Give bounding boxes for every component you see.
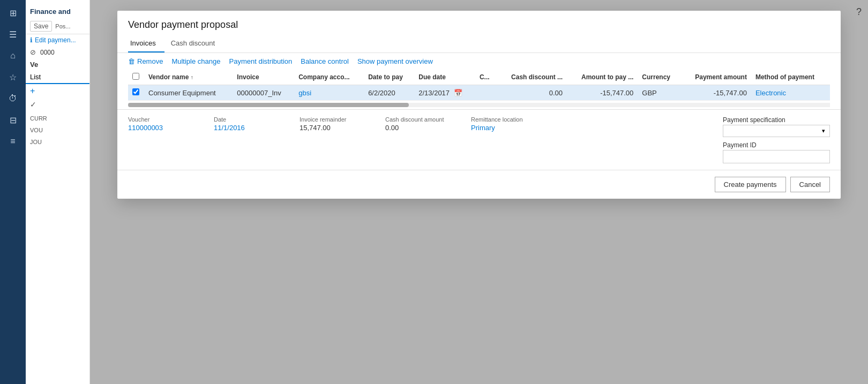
sidebar-list-tab[interactable]: List — [26, 71, 89, 84]
remove-label: Remove — [137, 57, 163, 65]
remove-action[interactable]: 🗑 Remove — [128, 57, 163, 65]
col-c: C... — [475, 70, 497, 85]
invoice-remainder-group: Invoice remainder 15,747.00 — [300, 116, 364, 163]
cash-discount-amount-group: Cash discount amount 0.00 — [385, 116, 450, 163]
sidebar-add-btn[interactable]: + — [26, 84, 89, 98]
nav-modules-icon[interactable]: ≡ — [4, 133, 21, 150]
vendor-payment-dialog: Vendor payment proposal Invoices Cash di… — [117, 11, 841, 199]
date-label: Date — [214, 116, 278, 123]
scroll-thumb — [128, 103, 409, 107]
currency-cell: GBP — [638, 85, 680, 101]
dialog-overlay: Vendor payment proposal Invoices Cash di… — [90, 0, 868, 384]
method-of-payment-cell[interactable]: Electronic — [751, 85, 830, 101]
show-payment-overview-action[interactable]: Show payment overview — [357, 57, 433, 65]
col-currency: Currency — [638, 70, 680, 85]
action-bar: 🗑 Remove Multiple change Payment distrib… — [117, 53, 841, 70]
col-due-date: Due date — [414, 70, 475, 85]
col-invoice: Invoice — [233, 70, 294, 85]
invoice-remainder-label: Invoice remainder — [300, 116, 364, 123]
voucher-label: Voucher — [128, 116, 192, 123]
nav-grid-icon[interactable]: ⊞ — [4, 4, 21, 21]
check-icon: ✓ — [30, 100, 36, 109]
invoice-remainder-value: 15,747.00 — [300, 124, 364, 132]
remittance-location-value[interactable]: Primary — [471, 124, 535, 132]
col-payment-amount: Payment amount — [680, 70, 751, 85]
voucher-group: Voucher 110000003 — [128, 116, 192, 163]
due-date-cell: 2/13/2017 📅 — [414, 85, 475, 101]
calendar-icon[interactable]: 📅 — [454, 89, 462, 97]
payment-id-group: Payment ID — [723, 141, 830, 163]
remittance-location-group: Remittance location Primary — [471, 116, 535, 163]
dialog-footer: Create payments Cancel — [117, 170, 841, 199]
horizontal-scrollbar[interactable] — [128, 103, 830, 107]
nav-recent-icon[interactable]: ⏱ — [4, 90, 21, 107]
invoice-table: Vendor name ↑ Invoice Company acco... Da… — [128, 70, 830, 101]
col-date-to-pay: Date to pay — [364, 70, 414, 85]
cash-discount-amount-value: 0.00 — [385, 124, 450, 132]
select-all-checkbox[interactable] — [132, 73, 139, 80]
cancel-button[interactable]: Cancel — [790, 177, 830, 192]
date-value[interactable]: 11/1/2016 — [214, 124, 278, 132]
cash-discount-cell: 0.00 — [497, 85, 567, 101]
c-cell — [475, 85, 497, 101]
app-title: Finance and — [26, 4, 89, 19]
filter-row: ⊘ 0000 — [26, 46, 89, 58]
payment-amount-cell: -15,747.00 — [680, 85, 751, 101]
nav-workspaces-icon[interactable]: ⊟ — [4, 111, 21, 129]
sidebar-vouc-item[interactable]: VOU — [26, 125, 89, 135]
voucher-value[interactable]: 110000003 — [128, 124, 192, 132]
remittance-location-label: Remittance location — [471, 116, 535, 123]
payment-specification-dropdown[interactable]: ▾ — [723, 125, 830, 137]
vendor-name-cell: Consumer Equipment — [144, 85, 233, 101]
sidebar-jour-item[interactable]: JOU — [26, 137, 89, 147]
info-icon: ℹ — [30, 36, 33, 44]
main-content: ? Vendor payment proposal Invoices Cash … — [90, 0, 868, 384]
tab-cash-discount[interactable]: Cash discount — [169, 35, 223, 52]
col-amount-to-pay: Amount to pay ... — [567, 70, 638, 85]
payment-fields-group: Payment specification ▾ Payment ID — [723, 116, 830, 163]
col-checkbox — [128, 70, 144, 85]
create-payments-button[interactable]: Create payments — [715, 177, 786, 192]
nav-home-icon[interactable]: ⌂ — [4, 47, 21, 64]
sidebar-curr-item[interactable]: CURR — [26, 113, 89, 124]
payment-distribution-action[interactable]: Payment distribution — [229, 57, 292, 65]
dropdown-chevron-icon: ▾ — [822, 127, 825, 134]
date-to-pay-cell: 6/2/2020 — [364, 85, 414, 101]
edit-payment-row: ℹ Edit paymen... — [26, 34, 89, 46]
edit-payment-btn[interactable]: ℹ Edit paymen... — [30, 36, 85, 44]
invoice-cell: 00000007_Inv — [233, 85, 294, 101]
payment-specification-group: Payment specification ▾ — [723, 116, 830, 137]
payment-specification-label: Payment specification — [723, 116, 830, 124]
dialog-tabs: Invoices Cash discount — [117, 31, 841, 53]
sidebar-check-btn[interactable]: ✓ — [26, 98, 89, 111]
sidebar-bottom: CURR VOU JOU — [26, 111, 89, 149]
sidebar-ve-label: Ve — [26, 58, 89, 71]
remove-icon: 🗑 — [128, 57, 135, 65]
add-icon: + — [30, 86, 35, 95]
col-cash-discount: Cash discount ... — [497, 70, 567, 85]
sidebar-list-label: List — [30, 73, 41, 81]
nav-menu-icon[interactable]: ☰ — [4, 26, 21, 43]
edit-payment-label: Edit paymen... — [35, 36, 76, 44]
row-checkbox[interactable] — [132, 88, 139, 95]
amount-to-pay-cell: -15,747.00 — [567, 85, 638, 101]
payment-id-input[interactable] — [723, 150, 830, 163]
sidebar-id: 0000 — [40, 49, 55, 56]
filter-icon[interactable]: ⊘ — [30, 48, 36, 56]
details-section: Voucher 110000003 Date 11/1/2016 Invoice… — [117, 109, 841, 170]
cash-discount-amount-label: Cash discount amount — [385, 116, 450, 123]
tab-invoices[interactable]: Invoices — [128, 35, 164, 52]
left-nav: ⊞ ☰ ⌂ ☆ ⏱ ⊟ ≡ — [0, 0, 26, 384]
table-row[interactable]: Consumer Equipment 00000007_Inv gbsi 6/2… — [128, 85, 830, 101]
save-toolbar-btn[interactable]: Save — [30, 21, 52, 32]
balance-control-action[interactable]: Balance control — [301, 57, 349, 65]
multiple-change-action[interactable]: Multiple change — [171, 57, 220, 65]
col-company-account: Company acco... — [294, 70, 364, 85]
date-group: Date 11/1/2016 — [214, 116, 278, 163]
col-vendor-name: Vendor name ↑ — [144, 70, 233, 85]
table-header-row: Vendor name ↑ Invoice Company acco... Da… — [128, 70, 830, 85]
company-account-cell[interactable]: gbsi — [294, 85, 364, 101]
sidebar-toolbar: Save Pos... — [26, 19, 89, 34]
sidebar: Finance and Save Pos... ℹ Edit paymen...… — [26, 0, 90, 384]
nav-favorites-icon[interactable]: ☆ — [4, 69, 21, 86]
